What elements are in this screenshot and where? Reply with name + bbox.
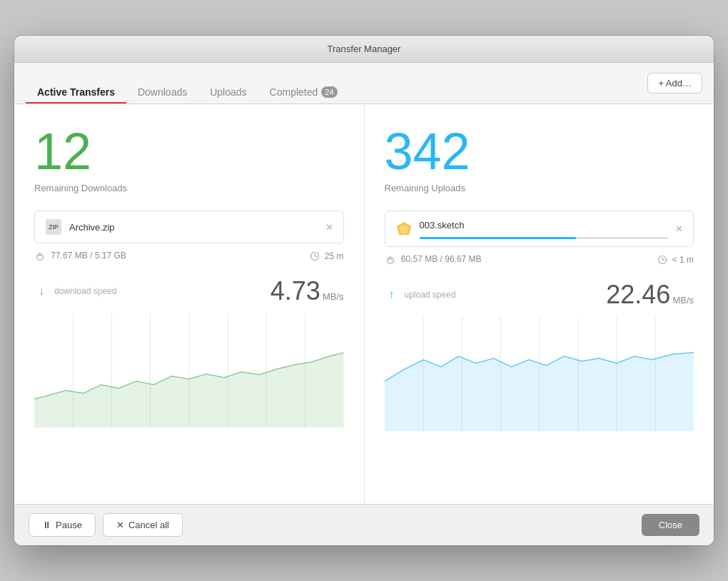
uploads-count-label: Remaining Uploads [385, 183, 694, 193]
download-file-row: ZIP Archive.zip ✕ [34, 211, 344, 243]
upload-file-size: 60.57 MB / 96.67 MB [385, 254, 652, 266]
download-arrow-icon: ↓ [34, 284, 49, 298]
uploads-count: 342 [385, 126, 694, 177]
upload-close-icon[interactable]: ✕ [675, 224, 683, 233]
upload-speed-value: 22.46 [606, 280, 670, 310]
uploads-panel: 342 Remaining Uploads 003.sketch [364, 104, 714, 504]
download-speed-unit: MB/s [323, 291, 344, 306]
footer: ⏸ Pause ✕ Cancel all Close [14, 504, 714, 545]
completed-badge: 24 [321, 86, 337, 98]
title-bar: Transfer Manager [14, 36, 714, 63]
downloads-count-label: Remaining Downloads [34, 183, 344, 193]
zip-file-icon: ZIP [45, 218, 62, 236]
upload-file-row: 003.sketch ✕ [385, 211, 694, 247]
content-area: 12 Remaining Downloads ZIP Archive.zip ✕… [14, 104, 714, 504]
cancel-all-button[interactable]: ✕ Cancel all [103, 513, 183, 537]
upload-file-name: 003.sketch [420, 220, 465, 231]
download-speed-value: 4.73 [271, 276, 320, 306]
upload-cloud-icon [385, 254, 396, 266]
upload-file-details: 60.57 MB / 96.67 MB < 1 m [385, 254, 694, 266]
add-button[interactable]: + Add… [647, 73, 702, 94]
upload-speed-label: upload speed [405, 290, 607, 300]
tab-completed[interactable]: Completed 24 [258, 63, 349, 103]
download-speed-row: ↓ download speed 4.73 MB/s [34, 276, 344, 306]
upload-speed-unit: MB/s [672, 295, 694, 310]
downloads-count: 12 [34, 126, 344, 177]
tab-active-transfers[interactable]: Active Transfers [26, 63, 126, 103]
download-close-icon[interactable]: ✕ [325, 223, 333, 232]
download-chart [34, 313, 344, 428]
tab-downloads[interactable]: Downloads [126, 63, 198, 103]
upload-progress-bar [420, 237, 669, 239]
sketch-file-icon [395, 221, 413, 238]
pause-button[interactable]: ⏸ Pause [29, 513, 96, 537]
tabs: Active Transfers Downloads Uploads Compl… [26, 63, 647, 103]
download-file-size: 77.67 MB / 5.17 GB [34, 251, 304, 262]
upload-time-remaining: < 1 m [657, 255, 694, 265]
download-file-details: 77.67 MB / 5.17 GB 25 m [34, 251, 344, 262]
download-file-name: Archive.zip [69, 222, 318, 233]
downloads-panel: 12 Remaining Downloads ZIP Archive.zip ✕… [14, 104, 364, 504]
window-title: Transfer Manager [328, 44, 401, 54]
download-time-remaining: 25 m [310, 251, 344, 261]
transfer-manager-window: Transfer Manager Active Transfers Downlo… [14, 36, 714, 545]
toolbar: Active Transfers Downloads Uploads Compl… [14, 63, 714, 104]
download-cloud-icon [34, 251, 46, 262]
cancel-icon: ✕ [116, 520, 124, 530]
close-button[interactable]: Close [642, 514, 699, 536]
upload-chart [385, 317, 694, 431]
clock-icon [310, 251, 320, 261]
upload-clock-icon [657, 255, 667, 265]
tab-uploads[interactable]: Uploads [198, 63, 258, 103]
download-speed-label: download speed [54, 286, 271, 296]
upload-arrow-icon: ↑ [385, 288, 399, 302]
pause-icon: ⏸ [42, 520, 51, 530]
upload-speed-row: ↑ upload speed 22.46 MB/s [385, 280, 694, 310]
